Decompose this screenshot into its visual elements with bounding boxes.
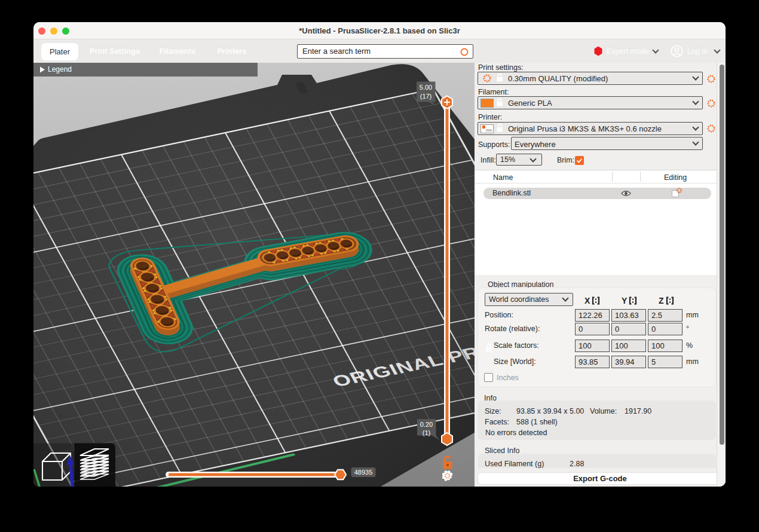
svg-text:0.20: 0.20 bbox=[420, 421, 433, 428]
svg-text:(17): (17) bbox=[420, 93, 432, 100]
svg-text:(1): (1) bbox=[423, 429, 430, 436]
svg-text:5.00: 5.00 bbox=[420, 84, 432, 91]
svg-text:48935: 48935 bbox=[354, 469, 373, 476]
